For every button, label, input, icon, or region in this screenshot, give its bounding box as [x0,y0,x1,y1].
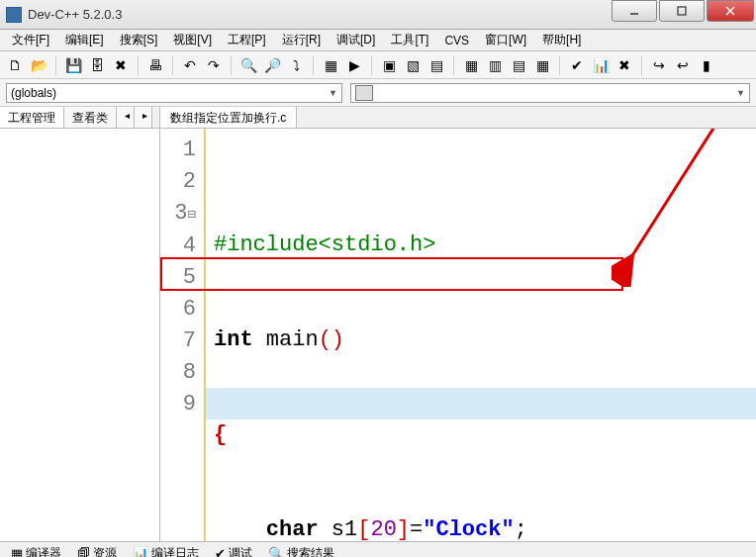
chevron-down-icon: ▼ [329,88,337,98]
separator [138,55,139,75]
file-tabs: 数组指定位置加换行.c [160,107,756,129]
redo-icon[interactable]: ↷ [203,54,225,76]
check-icon[interactable]: ✔ [566,54,588,76]
bottom-tabs: ▦编译器 🗐资源 📊编译日志 ✔调试 🔍搜索结果 [0,541,756,557]
combo-bar: (globals) ▼ ▼ [0,79,756,107]
menu-tools[interactable]: 工具[T] [383,30,436,50]
grid1-icon[interactable]: ▦ [460,54,482,76]
menu-run[interactable]: 运行[R] [274,30,329,50]
print-icon[interactable]: 🖶 [144,54,166,76]
line-number: 1 [160,135,196,166]
main-area: 工程管理 查看类 ◂ ▸ 数组指定位置加换行.c 1 2 3⊟ 4 5 6 7 … [0,107,756,541]
chart-icon[interactable]: 📊 [590,54,612,76]
tab-debug[interactable]: ✔调试 [208,542,259,557]
annotation-box [160,257,623,291]
app-icon [6,7,22,23]
line-number: 8 [160,357,196,389]
run-icon[interactable]: ▶ [343,54,365,76]
separator [559,55,560,75]
menu-window[interactable]: 窗口[W] [477,30,534,50]
close-file-icon[interactable]: ✖ [110,54,132,76]
separator [641,55,642,75]
svg-rect-1 [678,7,686,15]
toolbar: 🗋 📂 💾 🗄 ✖ 🖶 ↶ ↷ 🔍 🔎 ⤵ ▦ ▶ ▣ ▧ ▤ ▦ ▥ ▤ ▦ … [0,51,756,79]
menu-search[interactable]: 搜索[S] [112,30,166,50]
compile-icon[interactable]: ▦ [320,54,341,76]
step-icon[interactable]: ▤ [425,54,447,76]
scope-combo[interactable]: (globals) ▼ [6,83,342,103]
menu-view[interactable]: 视图[V] [165,30,220,50]
folder-icon: 🗐 [77,546,90,557]
line-number: 9 [160,389,196,420]
debug-icon[interactable]: ▣ [378,54,400,76]
project-tree[interactable] [0,129,159,541]
tab-nav-left[interactable]: ◂ [117,107,135,128]
replace-icon[interactable]: 🔎 [261,54,283,76]
undo-icon[interactable]: ↶ [179,54,201,76]
tab-compile-log[interactable]: 📊编译日志 [126,542,206,557]
line-number: 7 [160,325,196,357]
tab-search-results[interactable]: 🔍搜索结果 [261,542,341,557]
left-panel: 工程管理 查看类 ◂ ▸ [0,107,160,541]
tab-project[interactable]: 工程管理 [0,107,64,128]
left-tabs: 工程管理 查看类 ◂ ▸ [0,107,159,129]
symbol-combo[interactable]: ▼ [350,83,750,103]
code-area[interactable]: #include<stdio.h> int main() { char s1[2… [204,129,756,541]
right-panel: 数组指定位置加换行.c 1 2 3⊟ 4 5 6 7 8 9 #include<… [160,107,756,541]
combo-box-icon [355,85,373,101]
scope-value: (globals) [11,86,56,100]
tab-classes[interactable]: 查看类 [64,107,117,128]
separator [231,55,232,75]
titlebar: Dev-C++ 5.2.0.3 [0,0,756,30]
file-tab[interactable]: 数组指定位置加换行.c [160,107,297,128]
find-next-icon[interactable]: ⤵ [285,54,307,76]
menu-cvs[interactable]: CVS [436,32,477,49]
menubar: 文件[F] 编辑[E] 搜索[S] 视图[V] 工程[P] 运行[R] 调试[D… [0,30,756,51]
window-buttons [612,0,756,29]
separator [172,55,173,75]
annotation-arrow [612,129,756,287]
delete-icon[interactable]: ✖ [614,54,635,76]
open-icon[interactable]: 📂 [28,54,49,76]
menu-file[interactable]: 文件[F] [4,30,57,50]
chevron-down-icon: ▼ [736,88,745,98]
window-title: Dev-C++ 5.2.0.3 [28,7,612,22]
goto-icon[interactable]: ↩ [672,54,694,76]
line-number: 6 [160,294,196,325]
tab-compiler[interactable]: ▦编译器 [4,542,68,557]
grid-icon: ▦ [11,546,23,557]
grid2-icon[interactable]: ▥ [484,54,506,76]
insert-icon[interactable]: ▮ [696,54,717,76]
search-icon: 🔍 [268,546,284,557]
menu-help[interactable]: 帮助[H] [534,30,589,50]
separator [55,55,56,75]
maximize-button[interactable] [659,0,705,22]
tab-nav-right[interactable]: ▸ [135,107,152,128]
minimize-button[interactable] [612,0,657,22]
separator [371,55,372,75]
separator [453,55,454,75]
stop-icon[interactable]: ▧ [402,54,424,76]
line-number: 2 [160,166,196,198]
grid3-icon[interactable]: ▤ [508,54,529,76]
menu-project[interactable]: 工程[P] [220,30,274,50]
chart-icon: 📊 [133,546,148,557]
line-number: 3⊟ [160,198,196,231]
menu-debug[interactable]: 调试[D] [329,30,383,50]
exit-icon[interactable]: ↪ [648,54,670,76]
tab-resources[interactable]: 🗐资源 [70,542,124,557]
code-editor[interactable]: 1 2 3⊟ 4 5 6 7 8 9 #include<stdio.h> int… [160,129,756,541]
new-file-icon[interactable]: 🗋 [4,54,26,76]
find-icon[interactable]: 🔍 [237,54,259,76]
save-icon[interactable]: 💾 [62,54,84,76]
separator [313,55,314,75]
current-line-highlight [206,388,756,419]
grid4-icon[interactable]: ▦ [531,54,553,76]
check-icon: ✔ [215,546,226,557]
close-button[interactable] [707,0,754,22]
line-gutter: 1 2 3⊟ 4 5 6 7 8 9 [160,129,204,541]
save-all-icon[interactable]: 🗄 [86,54,108,76]
menu-edit[interactable]: 编辑[E] [57,30,112,50]
